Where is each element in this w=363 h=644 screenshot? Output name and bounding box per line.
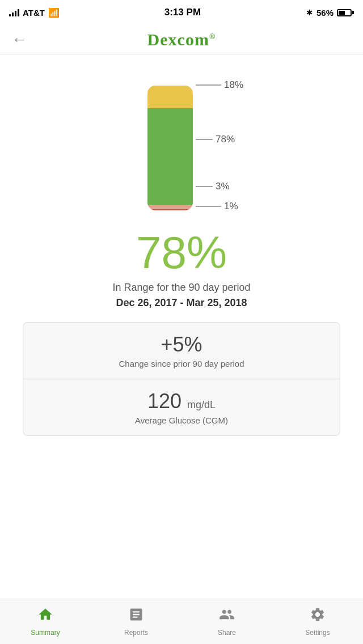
nav-bar: ← Dexcom® — [0, 25, 363, 54]
carrier-label: AT&T — [23, 8, 45, 18]
label-high: 18% — [196, 79, 243, 91]
label-very-low: 1% — [196, 201, 238, 212]
tab-summary-label: Summary — [31, 629, 60, 637]
glucose-value: 120 mg/dL — [35, 389, 328, 413]
back-button[interactable]: ← — [11, 32, 27, 48]
glucose-stat-card: 120 mg/dL Average Glucose (CGM) — [23, 379, 340, 435]
change-value: +5% — [35, 333, 328, 357]
in-range-percent: 78% — [136, 230, 227, 276]
stacked-bar — [147, 86, 193, 210]
tab-settings[interactable]: Settings — [272, 599, 363, 644]
time-display: 3:13 PM — [164, 7, 201, 18]
in-range-segment — [147, 108, 193, 206]
status-bar: AT&T 📶 3:13 PM ∗ 56% — [0, 0, 363, 25]
high-segment — [147, 86, 193, 108]
label-low: 3% — [196, 181, 230, 192]
glucose-chart: 18% 78% 3% 1% — [96, 77, 267, 219]
tab-reports-label: Reports — [124, 629, 148, 637]
battery-percent: 56% — [316, 8, 334, 18]
tab-share[interactable]: Share — [182, 599, 272, 644]
very-low-segment — [147, 209, 193, 210]
tab-reports[interactable]: Reports — [91, 599, 182, 644]
tab-bar: Summary Reports Share Settings — [0, 599, 363, 644]
status-right: ∗ 56% — [306, 7, 354, 18]
glucose-label: Average Glucose (CGM) — [35, 416, 328, 425]
tab-settings-label: Settings — [305, 629, 330, 637]
change-label: Change since prior 90 day period — [35, 359, 328, 368]
share-icon — [219, 607, 235, 626]
status-left: AT&T 📶 — [9, 7, 60, 18]
signal-icon — [9, 9, 19, 16]
in-range-description: In Range for the 90 day period Dec 26, 2… — [112, 280, 250, 311]
change-stat-card: +5% Change since prior 90 day period — [23, 323, 340, 379]
wifi-icon: 📶 — [48, 7, 60, 18]
tab-summary[interactable]: Summary — [0, 599, 91, 644]
tab-share-label: Share — [218, 629, 236, 637]
settings-icon — [310, 607, 326, 626]
stats-section: +5% Change since prior 90 day period 120… — [23, 322, 340, 436]
reports-icon — [128, 607, 144, 626]
brand-logo: Dexcom® — [147, 30, 216, 49]
low-segment — [147, 205, 193, 209]
main-content: 18% 78% 3% 1% 78% In Range for the 90 da — [0, 54, 363, 447]
label-in-range: 78% — [196, 134, 235, 145]
home-icon — [37, 607, 53, 626]
bluetooth-icon: ∗ — [306, 7, 313, 18]
battery-icon — [337, 9, 354, 16]
